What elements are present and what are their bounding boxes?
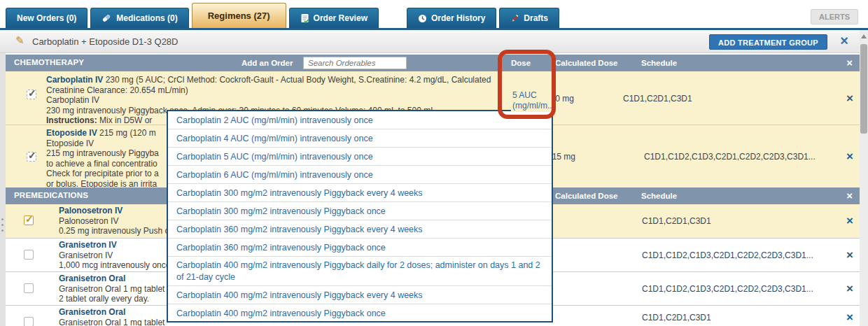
drug-name: Carboplatin IV [46,75,103,85]
remove-order-icon[interactable]: × [846,311,853,323]
tab-medications[interactable]: Medications (0) [90,8,188,28]
schedule-value: C1D1,C2D1,C3D1 [623,94,692,104]
column-header-dose: Dose [511,59,531,67]
column-header-schedule: Schedule [641,59,677,67]
drug-name: Granisetron IV [59,240,117,250]
tab-regimens[interactable]: Regimens (27) [192,3,286,28]
etoposide-checkbox[interactable]: ✓ [27,152,36,162]
dropdown-option[interactable]: Carboplatin 300 mg/m2 intravenously Pigg… [168,184,552,202]
section-title: CHEMOTHERAPY [14,58,84,66]
dose-select[interactable]: 5 AUC (mg/ml/m.. [511,90,554,112]
granisetron-oral-1-checkbox[interactable] [24,283,34,293]
drug-name: Granisetron Oral [59,274,125,283]
remove-order-icon[interactable]: × [846,249,853,261]
tab-drafts[interactable]: Drafts [499,8,559,28]
remove-order-icon[interactable]: × [846,150,853,162]
dose-options-dropdown: Carboplatin 2 AUC (mg/ml/min) intravenou… [167,110,553,323]
drug-summary: 215 mg (120 m [97,128,156,138]
remove-order-icon[interactable]: × [846,215,853,227]
clock-icon [418,14,427,23]
edit-pencil-icon[interactable]: ✎ [15,34,24,47]
search-orderables-input[interactable] [303,57,407,69]
drug-summary: 230 mg (5 AUC; CrCl Method: Cockroft-Gau… [103,75,491,85]
tab-order-history[interactable]: Order History [407,8,496,28]
dropdown-option[interactable]: Carboplatin 6 AUC (mg/ml/min) intravenou… [168,166,552,184]
pill-icon [102,13,112,23]
dropdown-option[interactable]: Carboplatin 5 AUC (mg/ml/min) intravenou… [168,148,552,166]
left-gutter [0,53,6,326]
tab-label: Drafts [524,13,548,23]
schedule-value: C1D1,C1D2,C1D3,C2D1,C2D2,C2D3,C3D1... [642,284,813,294]
carboplatin-checkbox[interactable]: ✓ [27,90,36,99]
section-close-icon[interactable]: × [846,190,853,201]
dropdown-option[interactable]: Carboplatin 400 mg/m2 intravenously Pigg… [168,257,552,286]
pencil-icon [510,14,519,23]
dropdown-option[interactable]: Carboplatin 300 mg/m2 intravenously Pigg… [168,202,552,220]
instructions-text: Mix in D5W or [97,115,153,125]
alerts-button[interactable]: ALERTS [811,9,858,24]
tab-bar: New Orders (0) Medications (0) Regimens … [0,0,868,30]
orders-app: New Orders (0) Medications (0) Regimens … [0,0,868,326]
dropdown-option[interactable]: Carboplatin 360 mg/m2 intravenously Pigg… [168,220,552,239]
dropdown-option[interactable]: Carboplatin 360 mg/m2 intravenously Pigg… [168,239,552,257]
granisetron-oral-2-checkbox[interactable] [24,317,34,326]
tab-label: Regimens (27) [208,10,270,21]
page-title: Carboplatin + Etoposide D1-3 Q28D [32,36,178,47]
document-check-icon [300,13,309,23]
granisetron-iv-checkbox[interactable] [24,250,34,260]
column-header-calculated-dose: Calculated Dose [555,59,617,67]
dropdown-option[interactable]: Carboplatin 400 mg/m2 intravenously Pigg… [168,286,552,304]
dropdown-option[interactable]: Carboplatin 4 AUC (mg/ml/min) intravenou… [168,129,552,148]
chemotherapy-section-header: CHEMOTHERAPY Add an Order Dose Calculate… [6,55,860,71]
instructions-label: Instructions: [46,115,97,125]
remove-order-icon[interactable]: × [846,283,853,295]
tab-label: Order History [431,13,485,23]
tab-new-orders[interactable]: New Orders (0) [6,8,88,28]
schedule-value: C1D1,C2D1,C3D1 [642,313,711,323]
scrollbar-up-arrow-icon[interactable] [861,34,867,38]
close-regimen-icon[interactable]: × [840,33,848,49]
drug-name: Palonosetron IV [59,206,122,215]
drug-name: Granisetron Oral [59,307,125,317]
add-an-order-label: Add an Order [241,59,293,67]
palonosetron-checkbox[interactable]: ✓ [24,215,34,225]
remove-order-icon[interactable]: × [846,92,853,104]
column-header-schedule: Schedule [641,192,677,200]
section-close-icon[interactable]: × [846,57,853,69]
vertical-scrollbar[interactable] [860,30,868,326]
tab-label: Medications (0) [116,13,177,23]
schedule-value: C1D1,C1D2,C1D3,C2D1,C2D2,C2D3,C3D1... [642,250,813,260]
tab-label: New Orders (0) [17,13,76,23]
drug-name: Etoposide IV [46,128,97,138]
drag-handle-icon[interactable] [1,218,4,235]
regimen-title-bar: ✎ Carboplatin + Etoposide D1-3 Q28D ADD … [0,30,860,53]
scrollbar-thumb[interactable] [860,44,867,134]
tab-order-review[interactable]: Order Review [289,8,379,28]
column-header-calculated-dose: Calculated Dose [555,192,617,200]
dropdown-option[interactable]: Carboplatin 2 AUC (mg/ml/min) intravenou… [168,111,552,129]
section-title: PREMEDICATIONS [14,191,88,199]
schedule-value: C1D1,C1D2,C1D3,C2D1,C2D2,C2D3,C3D1... [644,152,816,162]
tab-label: Order Review [314,13,368,23]
schedule-value: C1D1,C2D1,C3D1 [642,216,711,226]
add-treatment-group-button[interactable]: ADD TREATMENT GROUP [709,34,827,50]
dropdown-option[interactable]: Carboplatin 400 mg/m2 intravenously Pigg… [168,304,552,323]
